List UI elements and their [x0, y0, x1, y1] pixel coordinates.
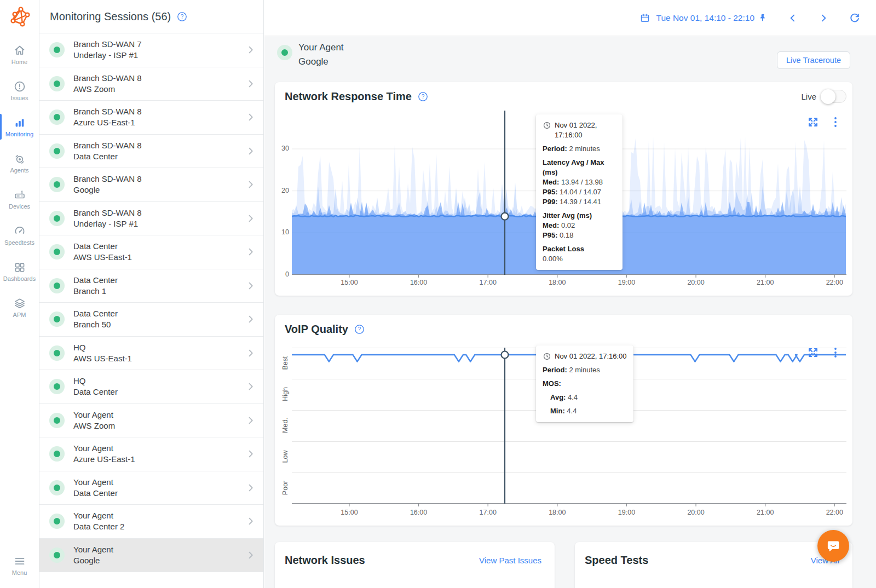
sidebar-item-menu[interactable]: Menu: [0, 555, 39, 576]
period-label: Period:: [543, 366, 567, 374]
session-row-data-center-aws-us-east-1[interactable]: Data Center AWS US-East-1: [39, 235, 263, 269]
session-row-your-agent-google[interactable]: Your Agent Google: [39, 539, 263, 573]
session-line2: Underlay - ISP #1: [73, 218, 141, 229]
session-line1: Data Center: [73, 275, 118, 286]
session-line1: Your Agent: [73, 477, 118, 488]
session-row-branch-sd-wan-8-data-center[interactable]: Branch SD-WAN 8 Data Center: [39, 135, 263, 169]
session-row-your-agent-data-center[interactable]: Your Agent Data Center: [39, 471, 263, 505]
p99-value: 14.39 / 14.41: [560, 198, 601, 206]
jitter-header: Jitter Avg (ms): [543, 211, 616, 221]
session-line2: Branch 1: [73, 286, 118, 297]
session-line2: AWS Zoom: [73, 84, 141, 95]
sidebar-item-apm[interactable]: APM: [0, 297, 39, 318]
brand-network-logo-icon[interactable]: [8, 5, 32, 29]
sidebar-item-monitoring[interactable]: Monitoring: [0, 116, 39, 137]
sidebar-item-issues[interactable]: Issues: [0, 80, 39, 101]
session-row-hq-data-center[interactable]: HQ Data Center: [39, 370, 263, 404]
x-tick-label: 18:00: [545, 509, 569, 516]
speed-tests-card: Speed Tests View All: [575, 542, 852, 588]
x-tick-label: 20:00: [684, 509, 708, 516]
x-tick-label: 16:00: [407, 509, 431, 516]
speedtests-icon: [13, 224, 26, 238]
chevron-left-icon[interactable]: [787, 13, 798, 24]
issues-icon: [13, 80, 26, 93]
chevron-right-icon[interactable]: [818, 13, 829, 24]
date-range-text[interactable]: Tue Nov 01, 14:10 - 22:10: [656, 13, 754, 23]
session-row-your-agent-aws-zoom[interactable]: Your Agent AWS Zoom: [39, 404, 263, 438]
session-row-branch-sd-wan-8-underlay-isp-1[interactable]: Branch SD-WAN 8 Underlay - ISP #1: [39, 202, 263, 236]
sidebar-item-dashboards[interactable]: Dashboards: [0, 261, 39, 282]
pin-icon[interactable]: [758, 13, 768, 22]
session-line1: Your Agent: [73, 410, 115, 420]
chevron-right-icon: [245, 178, 257, 191]
live-toggle[interactable]: [821, 90, 846, 103]
sidebar-item-home[interactable]: Home: [0, 44, 39, 65]
dashboards-icon: [13, 261, 26, 274]
session-line2: Azure US-East-1: [73, 454, 135, 465]
session-status-dot: [49, 345, 65, 361]
refresh-icon[interactable]: [849, 12, 861, 24]
x-tick-label: 16:00: [407, 279, 431, 286]
session-row-data-center-branch-50[interactable]: Data Center Branch 50: [39, 303, 263, 337]
jitter-med-value: 0.02: [561, 221, 575, 229]
sidebar-item-agents[interactable]: Agents: [0, 152, 39, 174]
x-tick-label: 19:00: [614, 509, 638, 516]
kebab-menu-icon[interactable]: [832, 116, 839, 129]
session-row-branch-sd-wan-8-azure-us-east-1[interactable]: Branch SD-WAN 8 Azure US-East-1: [39, 101, 263, 135]
help-icon[interactable]: ?: [417, 91, 429, 102]
chevron-right-icon: [245, 44, 257, 56]
chat-launcher-button[interactable]: [817, 530, 849, 562]
jitter-p95-label: P95:: [543, 231, 557, 239]
session-row-branch-sd-wan-7-underlay-isp-1[interactable]: Branch SD-WAN 7 Underlay - ISP #1: [39, 33, 263, 67]
calendar-icon[interactable]: [639, 13, 650, 24]
live-traceroute-button[interactable]: Live Traceroute: [777, 51, 850, 69]
session-status-dot: [49, 177, 65, 192]
help-icon[interactable]: ?: [354, 324, 365, 335]
main-content: Tue Nov 01, 14:10 - 22:10 Your Agent Goo…: [264, 0, 876, 588]
session-status-dot: [49, 143, 65, 159]
session-status-dot: [49, 109, 65, 125]
session-row-your-agent-azure-us-east-1[interactable]: Your Agent Azure US-East-1: [39, 437, 263, 471]
home-icon: [13, 44, 26, 57]
x-tick-label: 22:00: [822, 509, 846, 516]
session-row-hq-aws-us-east-1[interactable]: HQ AWS US-East-1: [39, 337, 263, 371]
chevron-right-icon: [245, 212, 257, 224]
session-status-dot: [49, 244, 65, 260]
voip-chart-tools: [806, 346, 839, 359]
expand-chart-icon[interactable]: [806, 346, 820, 359]
live-toggle-label: Live: [801, 92, 816, 101]
session-status-dot: [49, 76, 65, 91]
session-row-data-center-branch-1[interactable]: Data Center Branch 1: [39, 269, 263, 303]
expand-chart-icon[interactable]: [806, 116, 820, 129]
sidebar-item-devices[interactable]: Devices: [0, 188, 39, 210]
live-toggle-group: Live: [801, 90, 846, 103]
session-line2: Azure US-East-1: [73, 117, 141, 128]
chevron-right-icon: [245, 549, 257, 561]
period-label: Period:: [543, 145, 567, 153]
y-tick-label: 10: [276, 228, 289, 236]
nrt-x-axis-labels: 15:0016:0017:0018:0019:0020:0021:0022:00: [292, 279, 846, 287]
sidebar-item-speedtests[interactable]: Speedtests: [0, 224, 39, 246]
agent-title-line2: Google: [298, 55, 344, 69]
monitoring-icon: [13, 116, 26, 129]
kebab-menu-icon[interactable]: [832, 346, 839, 359]
chevron-right-icon: [245, 313, 257, 325]
mos-header: MOS:: [543, 379, 627, 389]
p95-value: 14.04 / 14.07: [560, 188, 601, 196]
y-band-label: Best: [281, 350, 289, 376]
session-row-branch-sd-wan-8-aws-zoom[interactable]: Branch SD-WAN 8 AWS Zoom: [39, 67, 263, 101]
sessions-header: Monitoring Sessions (56) ?: [39, 0, 263, 33]
session-line1: Branch SD-WAN 8: [73, 106, 141, 117]
session-line1: Branch SD-WAN 8: [73, 207, 141, 218]
view-past-issues-link[interactable]: View Past Issues: [479, 556, 541, 565]
devices-icon: [13, 188, 26, 201]
help-icon[interactable]: ?: [176, 11, 188, 22]
session-row-your-agent-data-center-2[interactable]: Your Agent Data Center 2: [39, 505, 263, 539]
session-row-branch-sd-wan-8-google[interactable]: Branch SD-WAN 8 Google: [39, 168, 263, 202]
voip-hover-tooltip: Nov 01 2022, 17:16:00 Period: 2 minutes …: [536, 345, 633, 422]
speed-tests-title: Speed Tests: [585, 554, 648, 567]
chevron-right-icon: [245, 381, 257, 393]
chevron-right-icon: [245, 414, 257, 426]
session-status-dot: [49, 480, 65, 495]
session-line2: Google: [73, 555, 113, 566]
